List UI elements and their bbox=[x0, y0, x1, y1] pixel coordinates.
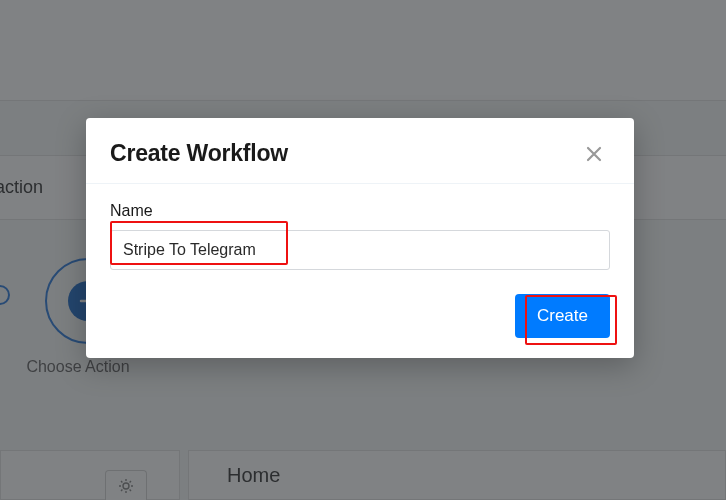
name-label: Name bbox=[110, 202, 610, 220]
modal-header: Create Workflow bbox=[86, 118, 634, 184]
create-button[interactable]: Create bbox=[515, 294, 610, 338]
name-input[interactable] bbox=[110, 230, 610, 270]
modal-title: Create Workflow bbox=[110, 140, 288, 167]
close-icon[interactable] bbox=[582, 142, 606, 166]
create-workflow-modal: Create Workflow Name Create bbox=[86, 118, 634, 358]
modal-body: Name bbox=[86, 184, 634, 274]
modal-footer: Create bbox=[86, 274, 634, 358]
